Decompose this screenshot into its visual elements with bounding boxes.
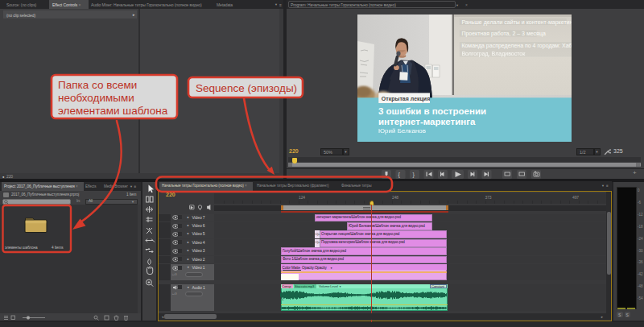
svg-text:Папка со всеми: Папка со всеми: [58, 79, 137, 91]
svg-text:необходимыми: необходимыми: [58, 92, 134, 104]
svg-text:Sequence (эпизоды): Sequence (эпизоды): [196, 82, 297, 94]
svg-text:элементами шаблона: элементами шаблона: [58, 105, 168, 117]
